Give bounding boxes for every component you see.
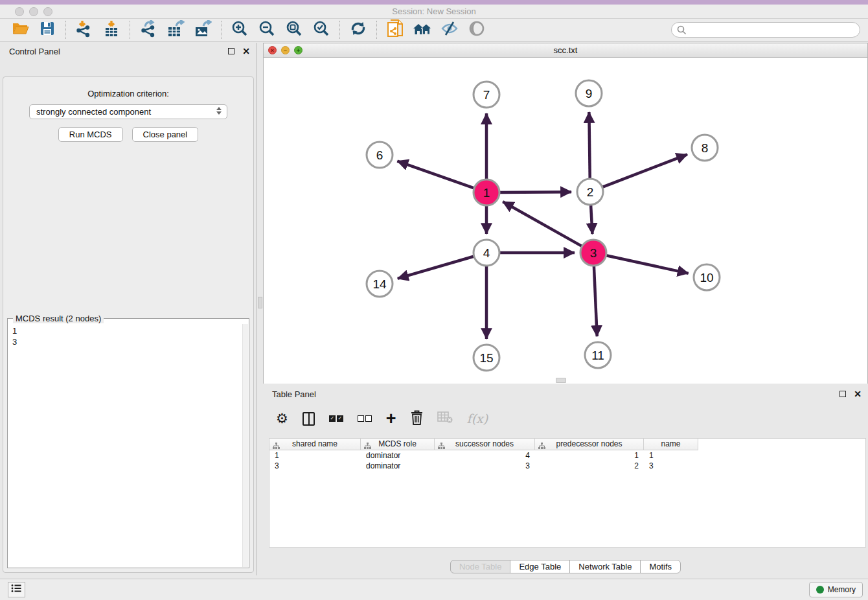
zoom-selected-button[interactable] <box>312 20 331 40</box>
new-network-from-selection-button[interactable] <box>385 20 405 40</box>
run-mcds-button[interactable]: Run MCDS <box>58 127 123 142</box>
graph-node-label-15: 15 <box>479 351 493 365</box>
table-row[interactable]: 1 dominator 4 1 1 <box>269 450 865 461</box>
graph-node-label-2: 2 <box>587 185 594 199</box>
toolbar-separator <box>130 21 130 39</box>
memory-button[interactable]: Memory <box>809 582 863 597</box>
show-columns-button[interactable] <box>303 412 315 426</box>
float-panel-icon[interactable] <box>228 48 234 54</box>
network-window-titlebar[interactable]: × − + scc.txt <box>264 43 867 58</box>
mcds-result-text[interactable]: 1 3 <box>8 324 242 567</box>
network-zoom-button[interactable]: + <box>294 46 303 54</box>
table-settings-button[interactable]: ⚙ <box>276 411 288 426</box>
function-builder-button[interactable]: f(x) <box>467 411 488 426</box>
table-panel: Table Panel ✕ ⚙ ✓✓ + f(x) shared name <box>263 386 868 575</box>
column-header-mcds-role[interactable]: MCDS role <box>361 439 435 450</box>
network-canvas[interactable]: 7968124314101511 <box>264 58 867 384</box>
delete-column-button[interactable] <box>411 410 423 428</box>
tab-motifs[interactable]: Motifs <box>640 560 681 573</box>
export-network-icon <box>140 20 157 40</box>
desktop-background-strip <box>0 0 868 5</box>
status-bar: Memory <box>0 579 868 600</box>
save-session-button[interactable] <box>38 20 57 40</box>
zoom-out-icon <box>258 20 275 40</box>
open-session-button[interactable] <box>10 20 30 40</box>
split-grip-horizontal[interactable] <box>556 378 566 383</box>
graph-node-label-9: 9 <box>586 87 593 100</box>
first-neighbors-button[interactable] <box>413 20 432 40</box>
tab-edge-table[interactable]: Edge Table <box>510 560 570 573</box>
graph-edge-1-2[interactable] <box>498 192 571 192</box>
import-network-button[interactable] <box>74 20 94 40</box>
table-row[interactable]: 3 dominator 3 2 3 <box>269 461 865 471</box>
graph-edge-3-11[interactable] <box>594 264 597 336</box>
export-table-button[interactable] <box>166 20 185 40</box>
zoom-in-button[interactable] <box>230 20 249 40</box>
cell-mcds-role: dominator <box>361 461 435 471</box>
column-header-name[interactable]: name <box>644 439 698 450</box>
export-image-button[interactable] <box>193 20 212 40</box>
import-table-button[interactable] <box>102 20 121 40</box>
cell-name: 1 <box>644 450 698 461</box>
close-panel-icon[interactable]: ✕ <box>854 391 862 397</box>
table-header-row: shared name MCDS role successor nodes pr… <box>269 439 865 450</box>
graph-edge-3-10[interactable] <box>605 255 689 273</box>
task-history-button[interactable] <box>8 582 25 597</box>
tab-node-table[interactable]: Node Table <box>450 560 511 573</box>
import-table-icon <box>104 20 119 40</box>
column-header-successor-nodes[interactable]: successor nodes <box>435 439 535 450</box>
optimization-criterion-label: Optimization criterion: <box>3 89 253 98</box>
network-window-title: scc.txt <box>264 43 867 58</box>
main-close-button[interactable] <box>15 7 24 16</box>
toolbar-separator <box>376 21 377 39</box>
mcds-buttons-row: Run MCDS Close panel <box>3 127 253 142</box>
apply-layout-button[interactable] <box>348 20 368 40</box>
unchecked-boxes-icon <box>358 415 372 422</box>
trash-icon <box>411 410 423 428</box>
optimization-criterion-select[interactable]: strongly connected component <box>29 104 227 119</box>
hide-selected-button[interactable] <box>440 20 459 40</box>
table-panel-tabs: Node Table Edge Table Network Table Moti… <box>263 560 868 573</box>
export-network-button[interactable] <box>139 20 158 40</box>
zoom-out-button[interactable] <box>257 20 277 40</box>
network-minimize-button[interactable]: − <box>281 46 290 54</box>
network-graph: 7968124314101511 <box>264 58 867 384</box>
show-all-button[interactable] <box>467 20 486 40</box>
split-divider-vertical[interactable] <box>257 43 263 575</box>
graph-edge-1-6[interactable] <box>397 161 475 189</box>
fx-icon: f(x) <box>467 411 488 426</box>
tab-network-table[interactable]: Network Table <box>569 560 641 573</box>
open-folder-icon <box>12 21 29 39</box>
graph-node-label-6: 6 <box>376 148 383 162</box>
tree-icon <box>438 441 445 452</box>
save-floppy-icon <box>40 21 55 39</box>
split-grip-vertical[interactable] <box>258 297 262 308</box>
column-header-predecessor-nodes[interactable]: predecessor nodes <box>535 439 644 450</box>
graph-node-label-3: 3 <box>590 246 597 260</box>
search-input[interactable] <box>671 22 860 38</box>
float-panel-icon[interactable] <box>839 391 846 397</box>
graph-edge-2-9[interactable] <box>589 112 589 180</box>
close-panel-button[interactable]: Close panel <box>132 127 199 142</box>
result-scrollbar[interactable] <box>242 324 248 567</box>
column-header-shared-name[interactable]: shared name <box>269 439 361 450</box>
create-column-button[interactable]: + <box>386 411 396 426</box>
network-close-button[interactable]: × <box>268 46 277 54</box>
close-panel-icon[interactable]: ✕ <box>242 48 250 54</box>
select-all-button[interactable]: ✓✓ <box>329 415 343 422</box>
graph-edge-3-1[interactable] <box>503 202 583 247</box>
main-zoom-button[interactable] <box>43 7 52 16</box>
deselect-all-button[interactable] <box>358 415 372 422</box>
delete-table-button[interactable] <box>437 411 453 426</box>
graph-edge-2-8[interactable] <box>601 154 687 187</box>
toolbar-separator <box>221 21 222 39</box>
graph-edge-4-14[interactable] <box>398 256 475 279</box>
eye-slash-icon <box>440 21 459 39</box>
copy-network-icon <box>387 19 404 40</box>
table-toolbar: ⚙ ✓✓ + f(x) <box>263 406 868 431</box>
graph-edge-2-3[interactable] <box>591 203 593 234</box>
toolbar-separator <box>65 21 66 39</box>
main-minimize-button[interactable] <box>29 7 38 16</box>
main-toolbar <box>0 19 868 41</box>
zoom-fit-button[interactable] <box>284 20 304 40</box>
